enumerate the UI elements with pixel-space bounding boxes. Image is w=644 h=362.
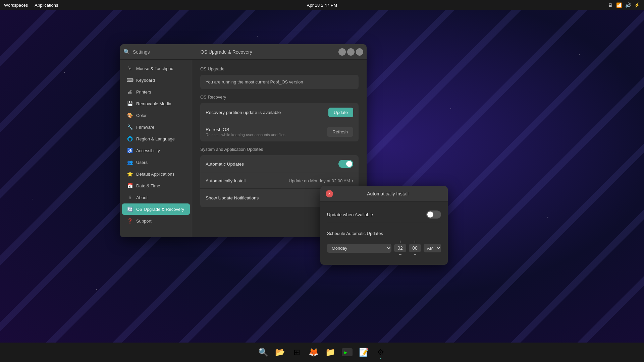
mosaic-app-icon: ⊞ — [293, 348, 300, 357]
sidebar-item-users[interactable]: 👥 Users — [122, 157, 190, 168]
automatic-updates-label: Automatic Updates — [206, 162, 338, 167]
removable-icon: 💾 — [127, 101, 133, 106]
sidebar-label-users: Users — [136, 160, 148, 165]
firefox-app-icon: 🦊 — [309, 348, 319, 357]
chevron-right-icon: › — [352, 178, 353, 184]
firmware-icon: 🔧 — [127, 124, 133, 130]
sidebar-label-mouse: Mouse & Touchpad — [136, 66, 173, 71]
default-apps-icon: ⭐ — [127, 171, 133, 177]
minute-spinbox: + 00 − — [409, 239, 421, 257]
minimize-button[interactable]: − — [338, 48, 346, 56]
sidebar-label-default-apps: Default Applications — [136, 172, 174, 177]
accessibility-icon: ♿ — [127, 148, 133, 153]
sidebar-item-about[interactable]: ℹ About — [122, 192, 190, 203]
refresh-os-sub: Reinstall while keeping user accounts an… — [206, 133, 327, 137]
os-recovery-section-title: OS Recovery — [200, 95, 359, 100]
settings-app-icon: ⚙ — [377, 348, 384, 357]
sidebar-label-printers: Printers — [136, 89, 151, 95]
sidebar-label-removable: Removable Media — [136, 101, 171, 106]
taskbar-icon-settings[interactable]: ⚙ — [373, 345, 388, 360]
window-controls: − + × — [338, 48, 363, 56]
sidebar-label-about: About — [136, 195, 148, 200]
color-icon: 🎨 — [127, 113, 133, 118]
update-when-available-toggle[interactable] — [426, 210, 441, 219]
popup-title: Automatically Install — [333, 191, 442, 196]
sidebar-label-keyboard: Keyboard — [136, 78, 155, 83]
topbar: Workspaces Applications Apr 18 2:47 PM 🖥… — [0, 0, 644, 10]
sidebar-item-support[interactable]: ❓ Support — [122, 215, 190, 227]
recovery-update-row: Recovery partition update is available U… — [200, 103, 359, 122]
sidebar-label-firmware: Firmware — [136, 125, 154, 130]
auto-install-label: Automatically Install — [206, 178, 289, 183]
workspaces-btn[interactable]: Workspaces — [4, 3, 28, 8]
sidebar-label-datetime: Date & Time — [136, 183, 160, 188]
sidebar-label-os-upgrade: OS Upgrade & Recovery — [136, 207, 184, 212]
os-upgrade-card: You are running the most current Pop!_OS… — [200, 75, 359, 89]
automatic-updates-toggle[interactable] — [338, 160, 353, 168]
power-icon: ⚡ — [634, 2, 640, 8]
sidebar-item-removable[interactable]: 💾 Removable Media — [122, 98, 190, 109]
hour-increment-button[interactable]: + — [399, 239, 401, 244]
schedule-label: Schedule Automatic Updates — [327, 231, 383, 236]
auto-install-value[interactable]: Update on Monday at 02:00 AM › — [289, 178, 353, 184]
keyboard-icon: ⌨ — [127, 77, 133, 83]
sidebar-item-mouse[interactable]: 🖱 Mouse & Touchpad — [122, 63, 190, 74]
sidebar-item-os-upgrade[interactable]: 🔄 OS Upgrade & Recovery — [122, 203, 190, 215]
taskbar-icon-terminal[interactable]: ▶_ — [339, 345, 355, 360]
sidebar-label-accessibility: Accessibility — [136, 148, 160, 153]
sidebar-item-keyboard[interactable]: ⌨ Keyboard — [122, 74, 190, 86]
notifications-label: Show Update Notifications — [206, 195, 325, 200]
taskbar-icon-files[interactable]: 📂 — [272, 345, 288, 360]
sidebar-label-color: Color — [136, 113, 147, 118]
datetime-icon: 📅 — [127, 183, 133, 188]
recovery-label: Recovery partition update is available — [206, 110, 328, 115]
sidebar-item-accessibility[interactable]: ♿ Accessibility — [122, 145, 190, 156]
taskbar-icon-file-browser[interactable]: 📁 — [323, 345, 338, 360]
taskbar-icon-search[interactable]: 🔍 — [256, 345, 271, 360]
popup-body: Update when Available Schedule Automatic… — [320, 202, 448, 265]
auto-install-popup: × Automatically Install Update when Avai… — [320, 186, 448, 265]
search-app-icon: 🔍 — [258, 348, 268, 357]
sidebar-item-default-apps[interactable]: ⭐ Default Applications — [122, 168, 190, 180]
about-icon: ℹ — [127, 195, 133, 200]
ampm-select[interactable]: AM PM — [424, 244, 441, 252]
taskbar-icon-firefox[interactable]: 🦊 — [306, 345, 321, 360]
sidebar-item-printers[interactable]: 🖨 Printers — [122, 86, 190, 98]
sidebar-item-region[interactable]: 🌐 Region & Language — [122, 133, 190, 144]
sidebar-item-color[interactable]: 🎨 Color — [122, 110, 190, 121]
users-icon: 👥 — [127, 160, 133, 165]
hour-value: 02 — [394, 244, 406, 252]
close-button[interactable]: × — [356, 48, 363, 56]
printers-icon: 🖨 — [127, 89, 133, 95]
settings-sidebar: 🖱 Mouse & Touchpad ⌨ Keyboard 🖨 Printers… — [120, 60, 192, 237]
mouse-icon: 🖱 — [127, 66, 133, 71]
hour-decrement-button[interactable]: − — [399, 252, 401, 257]
update-button[interactable]: Update — [328, 108, 353, 117]
os-recovery-card: Recovery partition update is available U… — [200, 103, 359, 141]
taskbar: 🔍 📂 ⊞ 🦊 📁 ▶_ 📝 ⚙ — [0, 343, 644, 362]
support-icon: ❓ — [127, 218, 133, 224]
taskbar-icon-notes[interactable]: 📝 — [356, 345, 372, 360]
os-upgrade-info: You are running the most current Pop!_OS… — [200, 75, 359, 89]
schedule-section: Schedule Automatic Updates Monday Tuesda… — [327, 222, 441, 259]
day-select[interactable]: Monday Tuesday Wednesday Thursday Friday… — [327, 244, 391, 253]
popup-close-button[interactable]: × — [326, 190, 333, 197]
region-icon: 🌐 — [127, 136, 133, 141]
update-when-available-row: Update when Available — [327, 207, 441, 222]
file-browser-app-icon: 📁 — [325, 348, 335, 357]
taskbar-icon-mosaic[interactable]: ⊞ — [289, 345, 305, 360]
refresh-button[interactable]: Refresh — [327, 127, 353, 137]
minute-increment-button[interactable]: + — [414, 239, 416, 244]
notes-app-icon: 📝 — [359, 348, 369, 357]
minute-decrement-button[interactable]: − — [414, 252, 416, 257]
maximize-button[interactable]: + — [347, 48, 355, 56]
applications-btn[interactable]: Applications — [35, 3, 58, 8]
sidebar-item-datetime[interactable]: 📅 Date & Time — [122, 180, 190, 191]
os-upgrade-section-title: OS Upgrade — [200, 66, 359, 71]
refresh-os-row: Refresh OS Reinstall while keeping user … — [200, 122, 359, 141]
datetime-display: Apr 18 2:47 PM — [307, 3, 337, 8]
sidebar-item-firmware[interactable]: 🔧 Firmware — [122, 121, 190, 133]
refresh-os-label: Refresh OS — [206, 127, 327, 132]
wifi-icon: 📶 — [616, 2, 622, 8]
terminal-app-icon: ▶_ — [342, 348, 353, 356]
